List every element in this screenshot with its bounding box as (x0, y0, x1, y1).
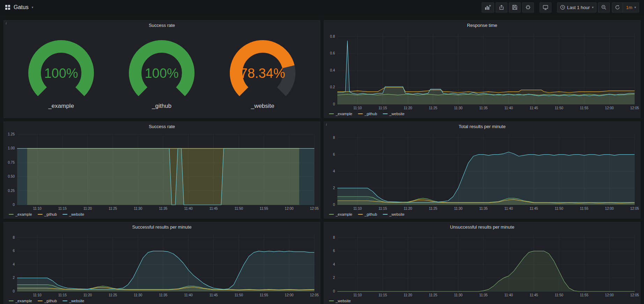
add-panel-icon (485, 5, 491, 10)
svg-text:0.50: 0.50 (8, 175, 15, 178)
legend-item-example[interactable]: _example (9, 299, 32, 303)
panel-title-unsuccessful-results[interactable]: Unsuccessful results per minute (324, 222, 640, 231)
info-icon[interactable]: i (326, 122, 327, 126)
legend-item-github[interactable]: _github (358, 112, 377, 116)
legend-series-label: _website (389, 212, 404, 216)
svg-text:0.4: 0.4 (330, 68, 335, 72)
refresh-icon (615, 5, 620, 10)
svg-text:_example: _example (48, 103, 74, 109)
svg-text:0: 0 (333, 203, 335, 207)
svg-text:11:15: 11:15 (58, 293, 67, 297)
legend-series-color-swatch (358, 113, 363, 114)
legend-item-github[interactable]: _github (38, 299, 57, 303)
svg-text:11:25: 11:25 (109, 293, 117, 297)
svg-text:2: 2 (333, 186, 335, 190)
legend-item-github[interactable]: _github (358, 212, 377, 216)
gauge-github: 100%_github (116, 37, 207, 110)
svg-text:0.8: 0.8 (330, 35, 335, 38)
svg-text:11:15: 11:15 (379, 293, 387, 297)
svg-text:2: 2 (13, 276, 15, 280)
zoom-out-button[interactable] (598, 2, 610, 13)
svg-text:4: 4 (333, 169, 335, 173)
panel-total-results: i Total results per minute 0246811:1011:… (324, 121, 641, 218)
svg-text:11:25: 11:25 (429, 293, 438, 297)
unsuccessful-results-legend: _website (324, 298, 640, 304)
successful-results-legend: _example_github_website (4, 298, 320, 304)
refresh-interval-picker[interactable]: 1m ▾ (623, 2, 639, 13)
panel-title-success-rate-gauges[interactable]: Success rate (4, 21, 320, 30)
dashboard-settings-button[interactable] (522, 2, 534, 13)
legend-item-example[interactable]: _example (9, 212, 32, 216)
dashboards-grid-icon[interactable] (5, 5, 10, 10)
legend-series-label: _website (69, 212, 84, 216)
svg-text:11:35: 11:35 (159, 293, 168, 297)
dashboard-title[interactable]: Gatus (14, 4, 29, 10)
svg-text:_github: _github (152, 103, 172, 109)
legend-series-color-swatch (9, 301, 14, 301)
svg-text:11:20: 11:20 (83, 293, 92, 297)
legend-item-example[interactable]: _example (329, 112, 352, 116)
success-rate-chart[interactable]: 00.250.500.751.001.2511:1011:1511:2011:2… (4, 131, 320, 211)
legend-series-label: _example (15, 299, 32, 303)
svg-text:4: 4 (13, 262, 15, 266)
legend-series-label: _website (69, 299, 84, 303)
svg-text:11:10: 11:10 (353, 106, 362, 110)
dashboard-grid: i Success rate 100%_example 100%_github … (0, 15, 644, 304)
svg-text:11:10: 11:10 (33, 293, 42, 297)
legend-item-github[interactable]: _github (38, 212, 57, 216)
legend-item-website[interactable]: _website (63, 212, 84, 216)
legend-item-website[interactable]: _website (383, 212, 404, 216)
legend-series-label: _github (365, 212, 377, 216)
time-range-caret-icon: ▾ (592, 6, 594, 9)
svg-text:12:05: 12:05 (630, 207, 639, 210)
response-time-chart[interactable]: 00.20.40.60.811:1011:1511:2011:2511:3011… (324, 30, 640, 111)
svg-text:11:55: 11:55 (260, 293, 269, 297)
legend-series-color-swatch (63, 301, 67, 301)
unsuccessful-results-chart[interactable]: 0246811:1011:1511:2011:2511:3011:3511:40… (324, 231, 640, 298)
info-icon[interactable]: i (6, 21, 7, 25)
svg-text:11:55: 11:55 (580, 293, 589, 297)
legend-item-website[interactable]: _website (329, 299, 351, 303)
legend-item-example[interactable]: _example (329, 212, 352, 216)
svg-text:8: 8 (333, 236, 335, 239)
panel-title-total-results[interactable]: Total results per minute (324, 122, 640, 131)
cycle-view-button[interactable] (540, 2, 551, 13)
legend-series-color-swatch (329, 214, 334, 215)
svg-text:11:50: 11:50 (234, 293, 243, 297)
svg-text:100%: 100% (44, 66, 78, 81)
refresh-button-group: 1m ▾ (612, 2, 639, 13)
svg-text:11:10: 11:10 (33, 207, 42, 210)
add-panel-button[interactable] (482, 2, 494, 13)
refresh-interval-label: 1m (626, 5, 632, 10)
successful-results-chart[interactable]: 0246811:1011:1511:2011:2511:3011:3511:40… (4, 231, 320, 298)
panel-title-response-time[interactable]: Response time (324, 21, 640, 30)
svg-text:11:45: 11:45 (209, 207, 218, 210)
dashboard-title-caret-icon[interactable]: ▾ (32, 6, 34, 9)
zoom-out-icon (601, 5, 607, 10)
time-range-picker[interactable]: Last 1 hour ▾ (557, 2, 597, 13)
total-results-chart[interactable]: 0246811:1011:1511:2011:2511:3011:3511:40… (324, 131, 640, 211)
svg-text:11:20: 11:20 (404, 293, 412, 297)
legend-item-website[interactable]: _website (383, 112, 404, 116)
svg-text:12:00: 12:00 (285, 293, 293, 297)
share-dashboard-button[interactable] (496, 2, 507, 13)
legend-series-label: _example (336, 212, 352, 216)
svg-text:11:50: 11:50 (555, 106, 563, 110)
svg-text:1.25: 1.25 (8, 132, 15, 136)
svg-text:11:40: 11:40 (504, 293, 513, 297)
legend-series-color-swatch (329, 113, 334, 114)
svg-text:11:30: 11:30 (134, 293, 142, 297)
legend-series-color-swatch (329, 301, 334, 301)
svg-text:11:45: 11:45 (529, 293, 538, 297)
save-dashboard-button[interactable] (509, 2, 521, 13)
svg-text:0: 0 (333, 289, 335, 293)
legend-series-label: _example (336, 112, 352, 116)
legend-series-label: _github (44, 299, 57, 303)
svg-text:12:00: 12:00 (605, 293, 614, 297)
panel-title-successful-results[interactable]: Successful results per minute (4, 222, 320, 231)
legend-item-website[interactable]: _website (63, 299, 84, 303)
panel-title-success-rate[interactable]: Success rate (4, 122, 320, 131)
svg-text:11:40: 11:40 (184, 293, 193, 297)
svg-text:12:00: 12:00 (285, 207, 293, 210)
refresh-button[interactable] (612, 2, 623, 13)
